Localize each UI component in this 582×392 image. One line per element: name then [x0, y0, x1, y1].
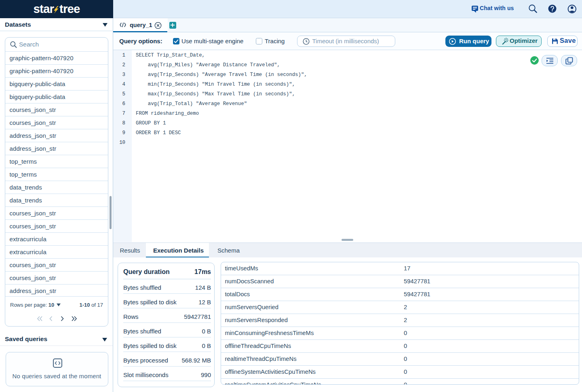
- svg-text:star: star: [34, 3, 54, 15]
- svg-text:tree: tree: [59, 3, 80, 15]
